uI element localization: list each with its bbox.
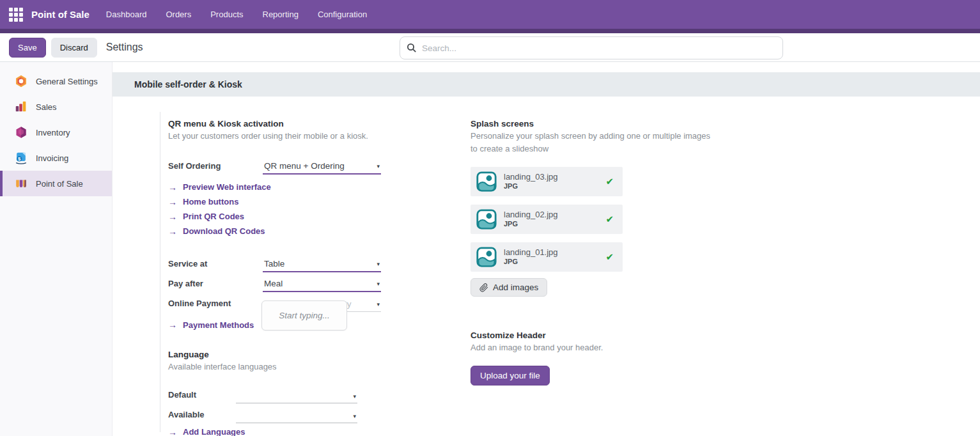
top-navbar: Point of Sale Dashboard Orders Products … — [0, 0, 980, 33]
qr-kiosk-description: Let your customers order using their mob… — [168, 130, 462, 143]
splash-image-list: landing_03.jpg JPG ✔ — [471, 167, 765, 272]
service-at-row: Service at Table ▾ — [168, 253, 462, 272]
link-preview-web-interface[interactable]: → Preview Web interface — [168, 180, 462, 194]
control-bar: Save Discard Settings — [0, 33, 980, 62]
splash-column: Splash screens Personalize your splash s… — [471, 118, 765, 385]
self-ordering-row: Self Ordering QR menu + Ordering ▾ — [168, 152, 462, 175]
arrow-right-icon: → — [168, 182, 177, 192]
customize-header-description: Add an image to brand your header. — [471, 341, 765, 354]
default-language-select[interactable]: ▾ — [236, 393, 357, 403]
image-card-landing-02[interactable]: landing_02.jpg JPG ✔ — [471, 205, 623, 234]
link-download-qr-codes[interactable]: → Download QR Codes — [168, 224, 462, 238]
sidebar-item-general-settings[interactable]: General Settings — [0, 68, 112, 94]
sidebar-item-label: Sales — [36, 102, 57, 112]
qr-kiosk-title: QR menu & Kiosk activation — [168, 118, 462, 130]
settings-main: Mobile self-order & Kiosk QR menu & Kios… — [113, 62, 980, 436]
paperclip-icon — [479, 283, 488, 292]
image-filename: landing_03.jpg — [504, 172, 558, 182]
sidebar-item-invoicing[interactable]: $ Invoicing — [0, 145, 112, 171]
chevron-down-icon: ▾ — [377, 261, 380, 267]
arrow-right-icon: → — [168, 427, 177, 436]
splash-description-line2: to create a slideshow — [471, 143, 765, 155]
image-filetype: JPG — [504, 257, 558, 267]
arrow-right-icon: → — [168, 212, 177, 222]
settings-sidebar: General Settings Sales Inventory — [0, 62, 113, 436]
default-language-row: Default ▾ — [168, 384, 462, 403]
menu-reporting[interactable]: Reporting — [263, 10, 299, 19]
section-title: Mobile self-order & Kiosk — [134, 79, 242, 90]
image-card-landing-01[interactable]: landing_01.jpg JPG ✔ — [471, 242, 623, 272]
image-file-icon — [476, 246, 497, 268]
image-file-icon — [476, 171, 497, 192]
link-print-qr-codes[interactable]: → Print QR Codes — [168, 209, 462, 224]
sidebar-item-label: General Settings — [36, 77, 98, 86]
pay-after-select[interactable]: Meal ▾ — [263, 279, 381, 292]
pay-after-row: Pay after Meal ▾ — [168, 272, 462, 292]
chevron-down-icon: ▾ — [353, 393, 356, 400]
available-languages-label: Available — [168, 410, 236, 423]
sales-icon — [14, 100, 28, 114]
search-input[interactable] — [422, 43, 776, 53]
splash-description-line1: Personalize your splash screen by adding… — [471, 130, 765, 143]
default-language-label: Default — [168, 390, 236, 403]
menu-products[interactable]: Products — [210, 10, 243, 19]
available-languages-select[interactable]: ▾ — [236, 413, 357, 423]
app-name[interactable]: Point of Sale — [31, 9, 89, 20]
sidebar-item-label: Point of Sale — [36, 179, 83, 189]
check-icon: ✔ — [605, 176, 614, 187]
inventory-icon — [14, 125, 28, 139]
check-icon: ✔ — [605, 251, 614, 263]
image-filetype: JPG — [504, 219, 558, 229]
sidebar-item-point-of-sale[interactable]: Point of Sale — [0, 171, 112, 196]
add-images-button[interactable]: Add images — [471, 278, 547, 297]
image-filename: landing_02.jpg — [504, 210, 558, 219]
image-filetype: JPG — [504, 182, 558, 191]
menu-configuration[interactable]: Configuration — [318, 10, 367, 19]
section-header: Mobile self-order & Kiosk — [113, 72, 980, 97]
image-file-icon — [476, 208, 497, 230]
arrow-right-icon: → — [168, 320, 177, 330]
chevron-down-icon: ▾ — [353, 413, 356, 419]
self-ordering-select[interactable]: QR menu + Ordering ▾ — [263, 161, 381, 175]
check-icon: ✔ — [605, 214, 614, 225]
splash-title: Splash screens — [471, 118, 765, 130]
customize-header-title: Customize Header — [471, 330, 765, 341]
sidebar-item-sales[interactable]: Sales — [0, 94, 112, 120]
pay-after-label: Pay after — [168, 279, 263, 292]
chevron-down-icon: ▾ — [377, 301, 380, 308]
chevron-down-icon: ▾ — [377, 281, 380, 287]
image-filename: landing_01.jpg — [504, 247, 558, 257]
apps-grid-icon[interactable] — [9, 8, 23, 22]
sidebar-item-inventory[interactable]: Inventory — [0, 120, 112, 145]
link-add-languages[interactable]: → Add Languages — [168, 424, 462, 436]
sidebar-item-label: Invoicing — [36, 153, 68, 163]
menu-orders[interactable]: Orders — [166, 10, 191, 19]
general-settings-icon — [14, 74, 28, 88]
qr-kiosk-column: QR menu & Kiosk activation Let your cust… — [168, 118, 462, 436]
search-bar — [400, 36, 783, 59]
arrow-right-icon: → — [168, 197, 177, 207]
discard-button[interactable]: Discard — [51, 38, 97, 58]
language-title: Language — [168, 349, 462, 361]
service-at-select[interactable]: Table ▾ — [263, 259, 381, 272]
save-button[interactable]: Save — [9, 38, 46, 58]
sidebar-item-label: Inventory — [36, 128, 70, 137]
search-icon — [407, 43, 417, 53]
settings-content: QR menu & Kiosk activation Let your cust… — [160, 112, 980, 432]
svg-text:$: $ — [18, 156, 21, 162]
upload-file-button[interactable]: Upload your file — [471, 366, 550, 385]
arrow-right-icon: → — [168, 226, 177, 237]
menu-dashboard[interactable]: Dashboard — [106, 10, 147, 19]
point-of-sale-icon — [14, 176, 28, 191]
language-description: Available interface languages — [168, 361, 462, 373]
top-menu: Dashboard Orders Products Reporting Conf… — [106, 10, 367, 19]
pos-settings-page: Point of Sale Dashboard Orders Products … — [0, 0, 980, 436]
image-card-landing-03[interactable]: landing_03.jpg JPG ✔ — [471, 167, 623, 196]
payment-methods-input[interactable]: Start typing... — [261, 300, 347, 331]
service-at-label: Service at — [168, 259, 263, 272]
link-home-buttons[interactable]: → Home buttons — [168, 194, 462, 209]
qr-kiosk-links: → Preview Web interface → Home buttons →… — [168, 180, 462, 238]
self-ordering-label: Self Ordering — [168, 161, 263, 175]
available-languages-row: Available ▾ — [168, 403, 462, 423]
invoicing-icon: $ — [14, 151, 28, 165]
